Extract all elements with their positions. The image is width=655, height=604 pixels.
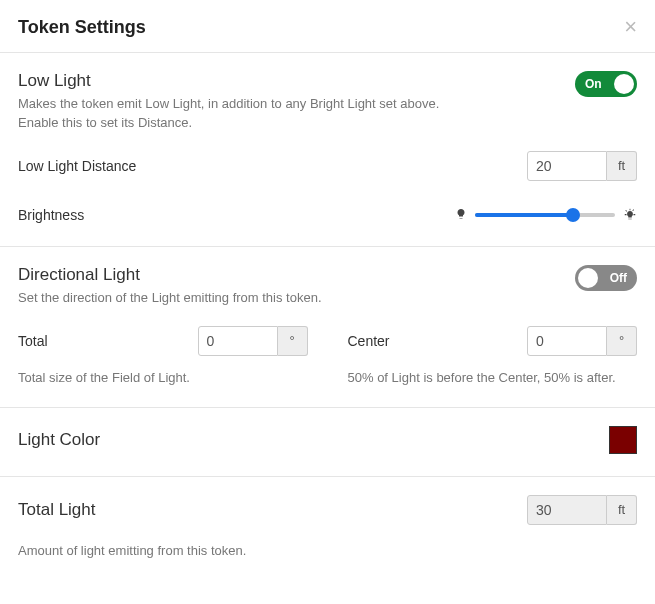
toggle-knob [578, 268, 598, 288]
slider-thumb[interactable] [566, 208, 580, 222]
directional-total-label: Total [18, 333, 48, 349]
directional-title: Directional Light [18, 265, 322, 285]
directional-total-group: ° [198, 326, 308, 356]
toggle-label: On [585, 77, 602, 91]
total-light-group: ft [527, 495, 637, 525]
low-light-distance-group: ft [527, 151, 637, 181]
total-light-input [527, 495, 607, 525]
directional-center-desc: 50% of Light is before the Center, 50% i… [348, 370, 638, 385]
directional-light-section: Directional Light Set the direction of t… [0, 247, 655, 408]
light-color-swatch[interactable] [609, 426, 637, 454]
low-light-distance-label: Low Light Distance [18, 158, 136, 174]
directional-total-unit: ° [278, 326, 308, 356]
low-light-desc: Makes the token emit Low Light, in addit… [18, 95, 448, 133]
directional-desc: Set the direction of the Light emitting … [18, 289, 322, 308]
token-settings-modal: Token Settings × Low Light Makes the tok… [0, 0, 655, 580]
light-color-title: Light Color [18, 430, 100, 450]
brightness-label: Brightness [18, 207, 84, 223]
low-light-title: Low Light [18, 71, 448, 91]
directional-center-label: Center [348, 333, 390, 349]
modal-header: Token Settings × [0, 0, 655, 53]
total-light-desc: Amount of light emitting from this token… [18, 543, 637, 558]
bulb-dim-icon [455, 208, 467, 223]
toggle-label: Off [610, 271, 627, 285]
total-light-title: Total Light [18, 500, 96, 520]
low-light-distance-unit: ft [607, 151, 637, 181]
close-icon[interactable]: × [624, 16, 637, 38]
bulb-bright-icon [623, 207, 637, 224]
directional-total-desc: Total size of the Field of Light. [18, 370, 308, 385]
low-light-distance-input[interactable] [527, 151, 607, 181]
light-color-section: Light Color [0, 408, 655, 477]
slider-fill [475, 213, 573, 217]
total-light-section: Total Light ft Amount of light emitting … [0, 477, 655, 580]
modal-title: Token Settings [18, 17, 146, 38]
total-light-unit: ft [607, 495, 637, 525]
low-light-section: Low Light Makes the token emit Low Light… [0, 53, 655, 247]
brightness-slider[interactable] [475, 213, 615, 217]
low-light-toggle[interactable]: On [575, 71, 637, 97]
directional-toggle[interactable]: Off [575, 265, 637, 291]
directional-center-input[interactable] [527, 326, 607, 356]
directional-center-unit: ° [607, 326, 637, 356]
toggle-knob [614, 74, 634, 94]
directional-total-input[interactable] [198, 326, 278, 356]
directional-center-group: ° [527, 326, 637, 356]
